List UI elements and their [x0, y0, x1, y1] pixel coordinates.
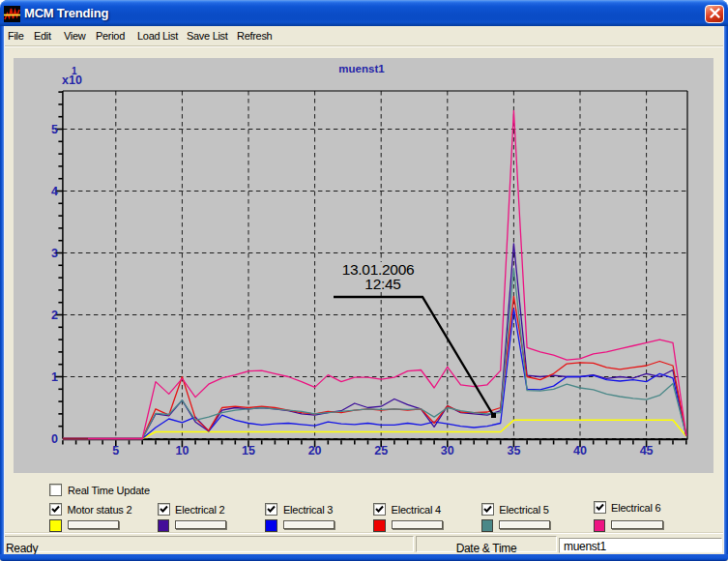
- svg-text:5: 5: [51, 123, 58, 136]
- svg-text:1: 1: [51, 370, 58, 384]
- svg-text:muenst1: muenst1: [338, 63, 385, 74]
- svg-text:30: 30: [441, 444, 454, 458]
- svg-text:35: 35: [507, 444, 520, 458]
- svg-text:4: 4: [51, 185, 58, 198]
- svg-text:25: 25: [374, 444, 388, 458]
- svg-text:20: 20: [308, 444, 322, 458]
- svg-text:2: 2: [51, 309, 58, 322]
- svg-text:12:45: 12:45: [364, 276, 400, 292]
- svg-text:0: 0: [51, 432, 58, 446]
- svg-text:45: 45: [640, 444, 654, 458]
- svg-text:15: 15: [242, 444, 255, 458]
- svg-text:5: 5: [112, 444, 119, 458]
- svg-text:40: 40: [573, 444, 587, 458]
- svg-text:3: 3: [51, 247, 58, 260]
- svg-text:1: 1: [72, 66, 77, 76]
- svg-text:10: 10: [175, 444, 189, 458]
